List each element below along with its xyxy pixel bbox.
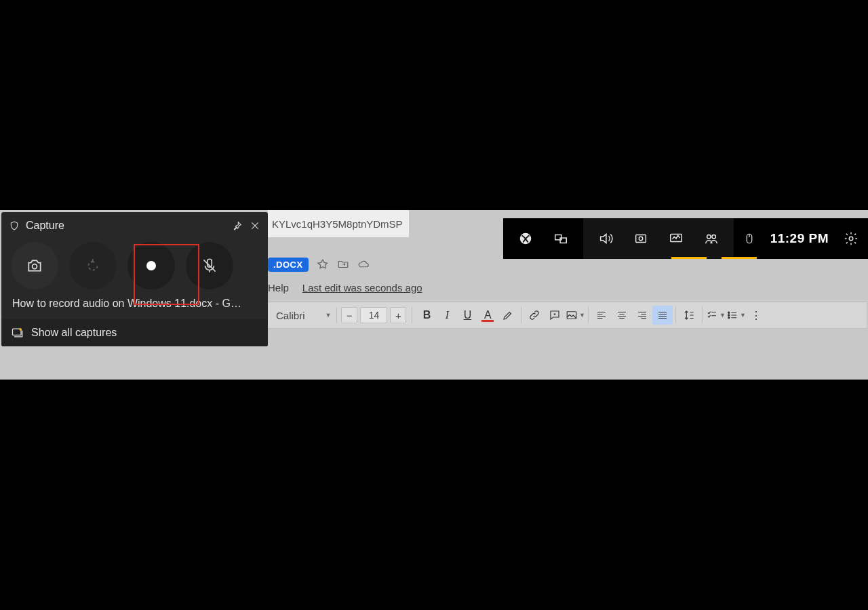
caret-down-icon: ▼ <box>326 312 332 319</box>
gamebar-segment-center <box>583 218 734 259</box>
capture-shield-icon <box>8 220 20 232</box>
svg-point-14 <box>33 264 37 269</box>
show-all-captures-label: Show all captures <box>31 327 117 339</box>
close-icon[interactable] <box>249 220 261 232</box>
svg-rect-0 <box>567 312 576 319</box>
svg-rect-7 <box>635 235 646 243</box>
star-icon[interactable] <box>317 258 329 270</box>
toolbar-separator <box>588 307 589 323</box>
pin-icon[interactable] <box>231 220 243 232</box>
italic-button[interactable]: I <box>437 306 457 325</box>
toolbar-separator <box>521 307 521 323</box>
settings-icon[interactable] <box>844 231 859 246</box>
help-menu[interactable]: Help <box>268 282 289 293</box>
align-justify-button[interactable] <box>652 306 673 325</box>
screenshot-button[interactable] <box>11 242 58 289</box>
gamebar-segment-right: 11:29 PM <box>734 218 868 259</box>
insert-comment-button[interactable] <box>545 306 565 325</box>
show-all-captures-button[interactable]: Show all captures <box>1 319 268 346</box>
more-tools-button[interactable]: ⋮ <box>746 306 766 325</box>
caret-down-icon: ▼ <box>740 312 746 319</box>
font-family-label: Calibri <box>276 310 305 321</box>
align-right-button[interactable] <box>632 306 652 325</box>
xbox-game-bar: 11:29 PM <box>503 218 868 259</box>
docs-menu-bar: Help Last edit was seconds ago <box>268 278 867 297</box>
capture-widget-title: Capture <box>26 220 226 232</box>
performance-icon[interactable] <box>669 231 684 246</box>
font-size-value[interactable]: 14 <box>360 307 387 323</box>
caret-down-icon: ▼ <box>579 312 585 319</box>
align-center-button[interactable] <box>612 306 632 325</box>
font-size-increase-button[interactable]: + <box>390 307 406 323</box>
bold-button[interactable]: B <box>416 306 437 325</box>
url-fragment: KYLvc1qH3Y5M8ptnYDmSP <box>268 210 409 237</box>
insert-image-button[interactable]: ▼ <box>565 306 585 325</box>
caret-down-icon: ▼ <box>719 312 726 319</box>
xbox-icon[interactable] <box>518 231 533 246</box>
insert-link-button[interactable] <box>524 306 545 325</box>
line-spacing-button[interactable] <box>679 306 699 325</box>
svg-point-10 <box>707 235 711 239</box>
align-left-button[interactable] <box>591 306 612 325</box>
toolbar-separator <box>702 307 703 323</box>
text-color-button[interactable]: A <box>477 306 498 325</box>
font-family-select[interactable]: Calibri ▼ <box>271 308 337 323</box>
highlight-color-button[interactable] <box>498 306 518 325</box>
svg-point-17 <box>20 328 22 330</box>
font-size-decrease-button[interactable]: − <box>341 307 357 323</box>
bulleted-list-button[interactable]: ▼ <box>726 306 746 325</box>
clock: 11:29 PM <box>770 231 829 246</box>
toolbar-separator <box>675 307 676 323</box>
docs-toolbar: Calibri ▼ − 14 + B I U A ▼ <box>268 302 867 329</box>
capture-widget-icon[interactable] <box>633 231 648 246</box>
docx-badge: .DOCX <box>268 258 309 272</box>
svg-point-2 <box>728 314 730 316</box>
mouse-icon[interactable] <box>743 231 755 246</box>
svg-point-13 <box>849 237 853 241</box>
svg-point-8 <box>639 237 643 241</box>
svg-point-11 <box>712 235 716 239</box>
svg-point-3 <box>728 317 730 319</box>
tutorial-highlight-box <box>134 244 199 305</box>
checklist-button[interactable]: ▼ <box>705 306 726 325</box>
last-edit-link[interactable]: Last edit was seconds ago <box>302 282 422 293</box>
widgets-icon[interactable] <box>553 231 568 246</box>
underline-button[interactable]: U <box>457 306 477 325</box>
capture-widget-header: Capture <box>1 212 268 239</box>
gamebar-segment-left <box>503 218 583 259</box>
move-folder-icon[interactable] <box>337 258 349 270</box>
cloud-status-icon[interactable] <box>357 258 370 270</box>
xbox-social-icon[interactable] <box>704 231 719 246</box>
audio-icon[interactable] <box>598 231 613 246</box>
record-last-button[interactable] <box>69 242 117 289</box>
svg-point-1 <box>728 312 730 313</box>
